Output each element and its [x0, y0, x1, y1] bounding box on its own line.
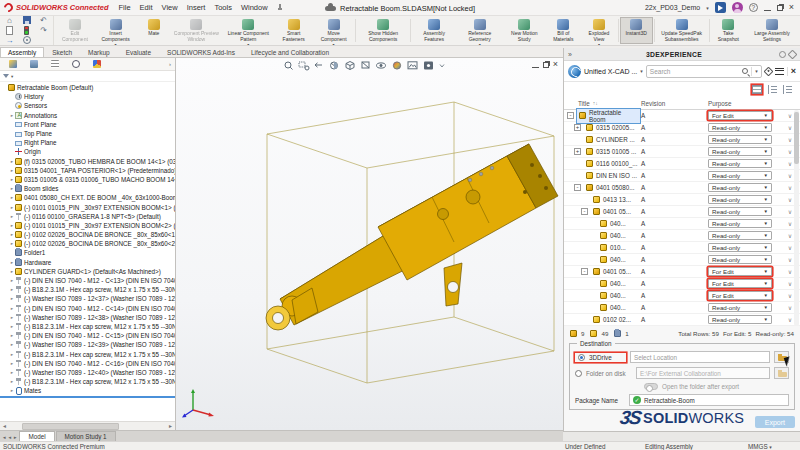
display-style-icon[interactable] — [362, 62, 369, 68]
ribbon-button-move-component[interactable]: Move Component▾ — [313, 17, 354, 44]
help-icon[interactable]: ? — [749, 3, 758, 12]
tree-item[interactable]: ►(-) B18.2.3.1M - Hex cap screw, M12 x 1… — [0, 322, 175, 331]
purpose-select[interactable]: Read-only▼ — [708, 135, 772, 145]
workspace-selector[interactable]: 22x_PD03_Demo — [645, 4, 700, 11]
ribbon-button-update-speedpak-subassemblies[interactable]: Update SpeedPak Subassemblies — [656, 17, 708, 44]
search-input[interactable]: Search ▾ — [646, 65, 762, 78]
options-gear-icon[interactable] — [23, 36, 31, 44]
tree-item[interactable]: Origin — [0, 147, 175, 156]
purpose-select[interactable]: Read-only▼ — [708, 231, 772, 241]
plus-expand-box[interactable]: + — [574, 148, 581, 155]
3ddrive-option[interactable]: 3DDrive — [575, 353, 626, 362]
ribbon-button-bill-of-materials[interactable]: Bill of Materials — [545, 17, 581, 44]
hud-overflow-caret-icon[interactable] — [440, 65, 444, 68]
tree-item[interactable]: ►CYLINDER GUARD<1> (Default<As Machined>… — [0, 267, 175, 276]
tree-item[interactable]: ►(-) B18.2.3.1M - Hex cap screw, M12 x 1… — [0, 349, 175, 358]
column-title[interactable]: Title — [578, 100, 590, 107]
table-row[interactable]: -0401 05080...ARead-only▼∨ — [564, 182, 800, 194]
ribbon-button-exploded-view[interactable]: Exploded View▾ — [581, 17, 616, 44]
column-options-icon[interactable] — [783, 85, 792, 94]
table-row[interactable]: DIN EN ISO ...ARead-only▼∨ — [564, 170, 800, 182]
package-name-field[interactable]: ✓ Retractable-Boom — [629, 394, 789, 406]
restore-button[interactable] — [777, 5, 783, 11]
tree-item[interactable]: ►(-) DIN EN ISO 7040 - M12 - C<16> (DIN … — [0, 359, 175, 368]
purpose-select[interactable]: Read-only▼ — [708, 195, 772, 205]
table-row[interactable]: CYLINDER ...ARead-only▼∨ — [564, 134, 800, 146]
tree-item[interactable]: ►Annotations — [0, 111, 175, 120]
tab-feature-tree[interactable] — [2, 59, 23, 70]
tree-item[interactable]: History — [0, 92, 175, 101]
3ddrive-radio[interactable] — [578, 354, 585, 361]
tree-item[interactable]: ►0315 04001_TAPA POSTERIOR<1> (Predeterm… — [0, 166, 175, 175]
ribbon-button-large-assembly-settings[interactable]: Large Assembly Settings — [746, 17, 798, 44]
3dexperience-compass-icon[interactable] — [568, 65, 581, 78]
panel-close-icon[interactable]: × — [791, 67, 796, 76]
column-purpose[interactable]: Purpose — [708, 100, 780, 107]
zoom-area-icon[interactable] — [299, 62, 309, 70]
menu-insert[interactable]: Insert — [187, 3, 206, 12]
ribbon-button-linear-component-pattern[interactable]: Linear Component Pattern▾ — [222, 17, 274, 44]
purpose-select[interactable]: Read-only▼ — [708, 183, 772, 193]
ribbon-button-smart-fasteners[interactable]: Smart Fasteners — [274, 17, 313, 44]
purpose-select[interactable]: Read-only▼ — [708, 255, 772, 265]
tree-item[interactable]: ►(-) 0101 01015_PIN _30x97 EXTENSION BOO… — [0, 202, 175, 211]
scrollbar-thumb[interactable] — [22, 423, 119, 430]
apply-scene-icon[interactable] — [408, 62, 417, 69]
doc-tab-motion-study-1[interactable]: Motion Study 1 — [56, 431, 116, 441]
home-icon[interactable]: ⌂ — [7, 16, 12, 25]
tree-item[interactable]: ►Boom slides — [0, 184, 175, 193]
purpose-select[interactable]: Read-only▼ — [708, 171, 772, 181]
tab-appearances[interactable] — [86, 59, 107, 70]
table-row[interactable]: 010...ARead-only▼∨ — [564, 242, 800, 254]
tab-dimxpert[interactable] — [65, 59, 86, 70]
tree-item[interactable]: ►(f) 0315 02005_TUBO HEMBRA DE BOOM 14<1… — [0, 157, 175, 166]
purpose-select[interactable]: Read-only▼ — [708, 303, 772, 313]
tree-item[interactable]: ►(-) DIN EN ISO 7040 - M12 - C<14> (DIN … — [0, 304, 175, 313]
view-settings-icon[interactable] — [424, 62, 433, 70]
tree-item[interactable]: ►(-) Washer ISO 7089 - 12<40> (Washer IS… — [0, 368, 175, 377]
purpose-select[interactable]: Read-only▼ — [708, 207, 772, 217]
ribbon-button-edit-component[interactable]: Edit Component — [56, 17, 94, 44]
panel-history-icon[interactable] — [779, 51, 786, 58]
filter-list-icon[interactable] — [768, 85, 777, 94]
folder-on-disk-radio[interactable] — [575, 370, 582, 377]
previous-view-icon[interactable] — [315, 63, 322, 67]
purpose-select[interactable]: Read-only▼ — [708, 315, 772, 325]
ribbon-button-insert-components[interactable]: Insert Components▾ — [94, 17, 137, 44]
tab-property-manager[interactable] — [23, 59, 44, 70]
app-selector-caret-icon[interactable]: ▾ — [640, 68, 643, 74]
tree-item[interactable]: ►(-) 0102 02026_BOCINA DE BRONCE _80x_85… — [0, 239, 175, 248]
doc-tab-model[interactable]: Model — [19, 431, 54, 441]
location-field[interactable]: Select Location — [630, 351, 770, 363]
menu-tools[interactable]: Tools — [214, 3, 232, 12]
minimize-button[interactable] — [764, 4, 771, 11]
ribbon-button-component-preview-window[interactable]: Component Preview Window — [170, 17, 222, 44]
tree-item[interactable]: ►(-) DIN EN ISO 7040 - M12 - C<15> (DIN … — [0, 331, 175, 340]
edit-appearance-icon[interactable] — [393, 62, 400, 69]
table-row[interactable]: -Retractable BoomAFor Edit▼∨ — [564, 110, 800, 122]
ribbon-button-show-hidden-components[interactable]: Show Hidden Components — [357, 17, 409, 44]
ribbon-button-instant3d[interactable]: Instant3D — [620, 17, 653, 44]
purpose-select[interactable]: Read-only▼ — [708, 123, 772, 133]
panel-pin-icon[interactable] — [788, 49, 798, 59]
select-arrow-icon[interactable]: → — [6, 36, 14, 45]
table-row[interactable]: 040...ARead-only▼∨ — [564, 218, 800, 230]
doc-minimize-button[interactable] — [532, 61, 539, 68]
minus-expand-box[interactable]: - — [567, 112, 574, 119]
tree-item[interactable]: Sensors — [0, 101, 175, 110]
tree-item[interactable]: Folder1 — [0, 248, 175, 257]
purpose-select[interactable]: For Edit▼ — [708, 279, 772, 289]
undo-icon[interactable]: ↶ — [40, 16, 47, 25]
disk-path-field[interactable]: E:\For External Collaboration — [636, 367, 770, 379]
table-row[interactable]: 040...ARead-only▼∨ — [564, 302, 800, 314]
batch-purpose-icon[interactable] — [752, 85, 762, 94]
tree-item[interactable]: ►(-) 0101 01015_PIN _30x97 EXTENSION BOO… — [0, 221, 175, 230]
table-scrollbar[interactable] — [794, 110, 799, 326]
section-view-icon[interactable] — [331, 62, 338, 69]
ribbon-button-reference-geometry[interactable]: Reference Geometry▾ — [456, 17, 503, 44]
purpose-select[interactable]: Read-only▼ — [708, 243, 772, 253]
table-row[interactable]: +0315 02005...ARead-only▼∨ — [564, 122, 800, 134]
tree-item[interactable]: ►Hardware — [0, 258, 175, 267]
table-row[interactable]: 0116 00100_...ARead-only▼∨ — [564, 158, 800, 170]
panel-menu-icon[interactable] — [775, 68, 784, 75]
